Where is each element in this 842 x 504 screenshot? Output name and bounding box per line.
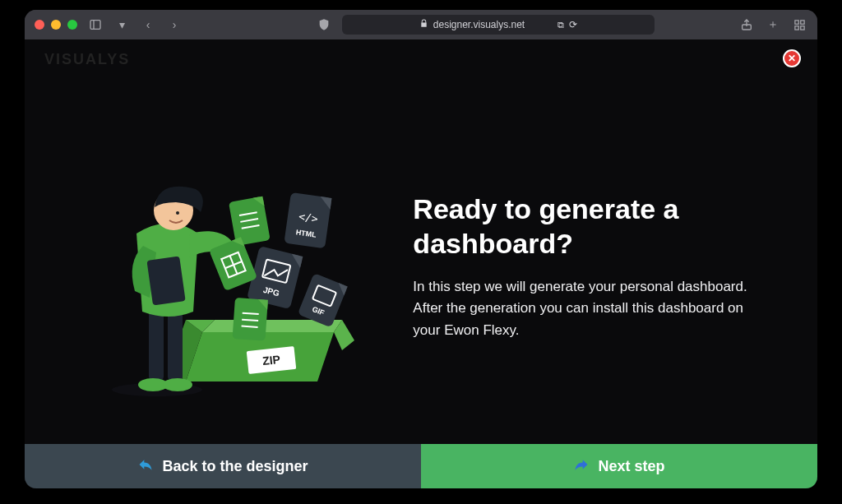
svg-rect-18 xyxy=(147,256,186,305)
svg-point-21 xyxy=(176,211,179,215)
lock-icon xyxy=(419,19,428,30)
back-button[interactable]: Back to the designer xyxy=(25,444,421,488)
maximize-window-icon[interactable] xyxy=(67,20,77,30)
svg-rect-3 xyxy=(794,20,798,23)
background-brand: VISUALYS xyxy=(44,51,130,68)
back-button-label: Back to the designer xyxy=(162,458,308,475)
nav-forward-icon[interactable]: › xyxy=(166,18,183,31)
window-controls xyxy=(35,20,77,30)
svg-point-17 xyxy=(163,378,192,391)
next-button-label: Next step xyxy=(598,458,664,475)
close-modal-button[interactable]: ✕ xyxy=(783,49,801,67)
illustration: ZIP xyxy=(79,135,359,398)
refresh-icon[interactable]: ⟳ xyxy=(569,19,577,30)
shield-icon[interactable] xyxy=(316,18,332,31)
svg-line-43 xyxy=(243,313,259,314)
sidebar-toggle-icon[interactable] xyxy=(87,18,104,31)
svg-rect-5 xyxy=(794,25,798,29)
titlebar: ▾ ‹ › designer.visualys.net ⧉ ⟳ ＋ xyxy=(25,10,817,39)
tabs-grid-icon[interactable] xyxy=(791,17,807,32)
modal-footer: Back to the designer Next step xyxy=(25,444,817,488)
svg-rect-28 xyxy=(298,273,348,328)
zip-label: ZIP xyxy=(262,353,281,368)
svg-rect-4 xyxy=(800,20,803,23)
modal-content: ZIP xyxy=(25,97,817,436)
svg-rect-0 xyxy=(90,21,100,30)
close-icon: ✕ xyxy=(788,53,796,64)
reply-arrow-icon xyxy=(137,456,154,477)
browser-window: ▾ ‹ › designer.visualys.net ⧉ ⟳ ＋ VISUAL xyxy=(25,10,817,488)
minimize-window-icon[interactable] xyxy=(51,20,61,30)
svg-line-44 xyxy=(242,320,258,321)
svg-line-45 xyxy=(242,326,258,327)
url-bar[interactable]: designer.visualys.net ⧉ ⟳ xyxy=(342,15,655,35)
next-button[interactable]: Next step xyxy=(421,444,817,488)
modal-text: Ready to generate a dashboard? In this s… xyxy=(413,192,817,341)
forward-arrow-icon xyxy=(573,456,590,477)
nav-back-icon[interactable]: ‹ xyxy=(140,18,156,31)
svg-rect-31 xyxy=(229,197,271,246)
modal-heading: Ready to generate a dashboard? xyxy=(413,192,784,261)
share-icon[interactable] xyxy=(738,17,755,32)
page: VISUALYS ✕ ZIP xyxy=(25,39,817,488)
chevron-down-icon[interactable]: ▾ xyxy=(113,18,130,31)
reader-icon[interactable]: ⧉ xyxy=(557,20,564,30)
svg-rect-6 xyxy=(800,25,803,29)
modal-body: In this step we will generate your perso… xyxy=(413,276,758,341)
new-tab-icon[interactable]: ＋ xyxy=(765,17,781,32)
illustration-area: ZIP xyxy=(25,135,413,398)
url-host: designer.visualys.net xyxy=(433,19,525,30)
close-window-icon[interactable] xyxy=(35,20,44,30)
